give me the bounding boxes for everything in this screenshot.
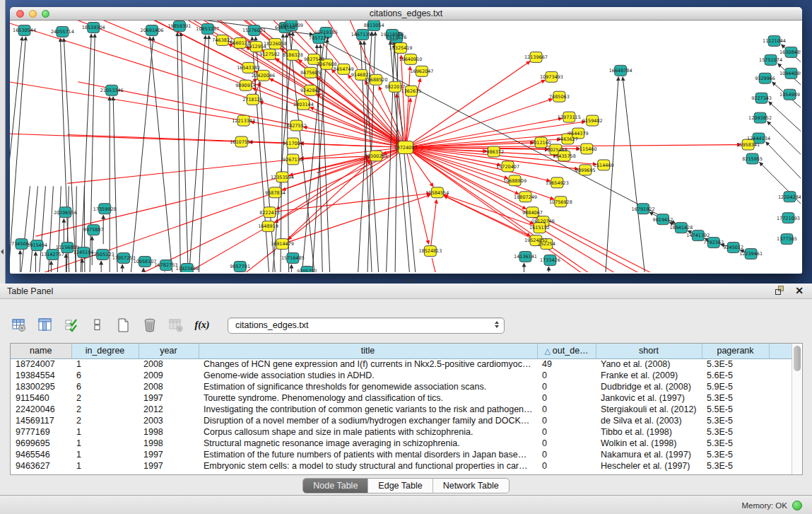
graph-node-label: 19654923 (546, 180, 569, 186)
graph-node-label: 9884067 (522, 210, 543, 216)
column-header-short[interactable]: short (596, 344, 702, 358)
citation-graph[interactable]: 1653054424055714185393042069140619858391… (10, 21, 801, 272)
graph-node-label: 10688809 (503, 178, 526, 184)
zoom-window-button[interactable] (42, 10, 49, 18)
graph-node-label: 10025488 (544, 147, 567, 153)
table-selector-value: citations_edges.txt (235, 320, 309, 330)
column-header-pagerank[interactable]: pagerank (702, 344, 769, 358)
table-row[interactable]: 1938455462009Genome-wide association stu… (11, 370, 792, 381)
column-header-_filler[interactable] (769, 344, 792, 358)
tab-node-table[interactable]: Node Table (303, 479, 368, 493)
close-panel-icon[interactable]: ✕ (795, 286, 804, 296)
graph-node-label: 15584554 (425, 190, 449, 196)
table-row[interactable]: 2242004622012Investigating the contribut… (11, 404, 792, 415)
graph-node-label: 17957253 (112, 255, 136, 261)
select-rows-icon[interactable] (62, 316, 81, 334)
cell-in_degree: 1 (71, 358, 139, 370)
cell-pagerank: 5.3E-5 (702, 449, 769, 460)
graph-node-label: 1648919 (258, 223, 278, 229)
column-header-name[interactable]: name (11, 344, 71, 358)
cell-short: Jankovic et al. (1997) (596, 392, 702, 404)
table-columns-icon[interactable] (36, 316, 54, 334)
cell-_filler (769, 358, 792, 370)
cell-short: Yano et al. (2008) (596, 358, 702, 370)
graph-node-label: 11923448 (175, 266, 199, 271)
cell-year: 2003 (139, 415, 199, 426)
cell-out_degree: 0 (537, 460, 596, 472)
table-tabs: Node TableEdge TableNetwork Table (302, 478, 509, 493)
delete-rows-icon[interactable] (141, 316, 159, 334)
cell-pagerank: 5.6E-5 (702, 370, 769, 381)
table-scrollbar-thumb[interactable] (794, 346, 801, 371)
graph-node-label: 8813054 (364, 23, 384, 28)
graph-node-label: 14136141 (514, 254, 537, 259)
table-scrollbar[interactable] (792, 344, 802, 474)
column-header-out_degree[interactable]: △out_de… (537, 344, 596, 358)
table-settings-icon[interactable] (10, 316, 28, 334)
cell-pagerank: 5.3E-5 (702, 358, 769, 370)
graph-node-label: 8427552 (286, 123, 307, 129)
table-row[interactable]: 911546021997Tourette syndrome. Phenomeno… (11, 392, 792, 404)
graph-node-label: 16648784 (609, 68, 632, 74)
network-view[interactable]: 1653054424055714185393042069140619858391… (10, 21, 801, 272)
cell-year: 1997 (139, 392, 199, 404)
table-row[interactable]: 969969511998Structural magnetic resonanc… (11, 438, 792, 449)
table-row[interactable]: 946554611997Estimation of the future num… (11, 449, 792, 460)
cell-year: 2012 (139, 404, 199, 415)
column-header-in_degree[interactable]: in_degree (71, 344, 139, 358)
cell-in_degree: 1 (71, 460, 139, 472)
cell-title: Embryonic stem cells: a model to study s… (199, 460, 537, 472)
status-bar: Memory: OK (0, 495, 812, 514)
network-window-titlebar[interactable]: citations_edges.txt (10, 7, 802, 21)
close-window-button[interactable] (16, 10, 24, 18)
graph-node-label: 9899695 (575, 168, 596, 173)
graph-node-label: 7485063 (549, 94, 570, 100)
cell-short: Hescheler et al. (1997) (596, 460, 702, 472)
graph-node-label: 18325419 (389, 45, 413, 51)
graph-node-label: 12239461 (739, 251, 763, 257)
graph-node-label: 9463627 (558, 136, 578, 142)
graph-node-label: 20206556 (54, 210, 77, 216)
table-row[interactable]: 1456911722003Disruption of a novel membe… (11, 415, 792, 426)
graph-node-label: 12444134 (747, 136, 770, 141)
column-header-title[interactable]: title (199, 344, 537, 358)
function-builder-icon[interactable]: f(x) (193, 316, 211, 334)
table-row[interactable]: 977716911998Corpus callosum shape and si… (11, 426, 792, 438)
graph-node-label: 19858391 (167, 23, 191, 29)
graph-node-label: 24055714 (51, 29, 74, 35)
tab-edge-table[interactable]: Edge Table (368, 479, 433, 493)
graph-node-label: 15276021 (242, 28, 266, 33)
cell-short: Franke et al. (2009) (596, 370, 702, 381)
cell-short: Dudbridge et al. (2008) (596, 381, 702, 392)
table-row[interactable]: 1872400712008Changes of HCN gene express… (11, 358, 792, 370)
table-row[interactable]: 1830029562008Estimation of significance … (11, 381, 792, 392)
graph-node-label: 15958341 (736, 142, 760, 148)
table-selector-dropdown[interactable]: citations_edges.txt (228, 317, 505, 334)
cell-name: 22420046 (11, 404, 71, 415)
cell-title: Estimation of the future numbers of pati… (199, 449, 537, 460)
graph-node-label: 10853287 (196, 26, 219, 32)
tab-network-table[interactable]: Network Table (433, 479, 509, 493)
memory-status-indicator[interactable] (792, 501, 802, 510)
graph-node-label: 16962047 (410, 69, 433, 74)
graph-node-label: 9329966 (755, 76, 775, 81)
row-height-icon[interactable] (88, 316, 107, 334)
minimize-window-button[interactable] (29, 10, 37, 18)
float-panel-icon[interactable] (775, 286, 785, 296)
graph-node-label: 9890914 (235, 83, 256, 88)
cell-_filler (769, 392, 792, 404)
left-splitter[interactable] (0, 0, 6, 284)
table-row[interactable]: 946362711997Embryonic stem cells: a mode… (11, 460, 792, 472)
column-header-year[interactable]: year (139, 344, 199, 358)
graph-node-label: 11121044 (763, 38, 786, 44)
splitter-collapse-icon[interactable] (1, 249, 4, 255)
delete-table-icon[interactable] (167, 316, 185, 334)
cell-year: 2009 (139, 370, 199, 381)
cell-name: 18300295 (11, 381, 71, 392)
graph-node-label: 13142757 (41, 252, 64, 257)
new-table-icon[interactable] (114, 316, 133, 334)
horizontal-splitter-handle[interactable]: ▾▴ (406, 278, 416, 283)
table-panel-titlebar: Table Panel ✕ (0, 284, 812, 299)
graph-node-label: 9587834 (265, 190, 286, 196)
cell-year: 1997 (139, 449, 199, 460)
